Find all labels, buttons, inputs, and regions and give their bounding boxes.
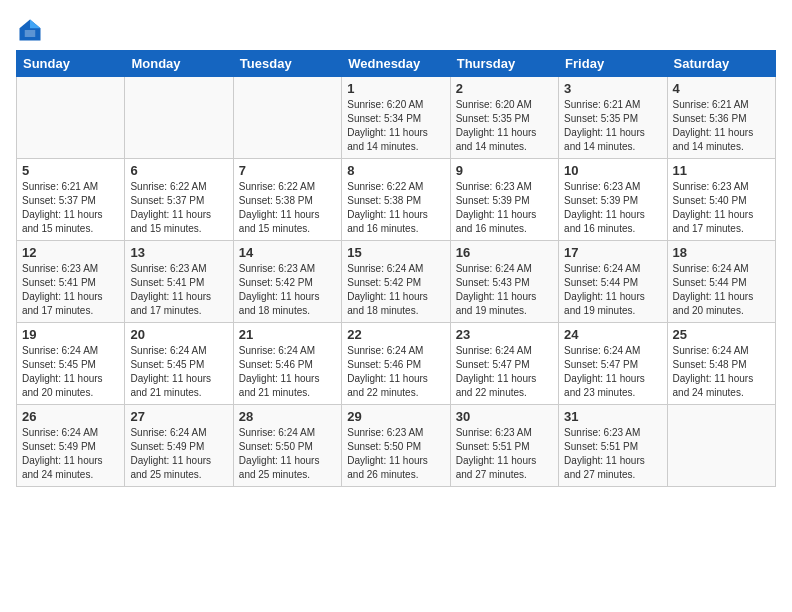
calendar-cell: 19Sunrise: 6:24 AMSunset: 5:45 PMDayligh… [17, 323, 125, 405]
weekday-thursday: Thursday [450, 51, 558, 77]
day-number: 18 [673, 245, 770, 260]
cell-content: Sunrise: 6:23 AMSunset: 5:42 PMDaylight:… [239, 262, 336, 318]
cell-content: Sunrise: 6:24 AMSunset: 5:44 PMDaylight:… [673, 262, 770, 318]
day-number: 29 [347, 409, 444, 424]
day-number: 16 [456, 245, 553, 260]
calendar-cell: 6Sunrise: 6:22 AMSunset: 5:37 PMDaylight… [125, 159, 233, 241]
calendar-cell: 10Sunrise: 6:23 AMSunset: 5:39 PMDayligh… [559, 159, 667, 241]
day-number: 14 [239, 245, 336, 260]
weekday-wednesday: Wednesday [342, 51, 450, 77]
cell-content: Sunrise: 6:24 AMSunset: 5:50 PMDaylight:… [239, 426, 336, 482]
day-number: 6 [130, 163, 227, 178]
calendar-cell: 30Sunrise: 6:23 AMSunset: 5:51 PMDayligh… [450, 405, 558, 487]
calendar-week-4: 19Sunrise: 6:24 AMSunset: 5:45 PMDayligh… [17, 323, 776, 405]
calendar-cell: 8Sunrise: 6:22 AMSunset: 5:38 PMDaylight… [342, 159, 450, 241]
day-number: 19 [22, 327, 119, 342]
cell-content: Sunrise: 6:23 AMSunset: 5:39 PMDaylight:… [456, 180, 553, 236]
cell-content: Sunrise: 6:23 AMSunset: 5:41 PMDaylight:… [130, 262, 227, 318]
calendar-cell [233, 77, 341, 159]
calendar-cell: 4Sunrise: 6:21 AMSunset: 5:36 PMDaylight… [667, 77, 775, 159]
calendar-cell: 14Sunrise: 6:23 AMSunset: 5:42 PMDayligh… [233, 241, 341, 323]
cell-content: Sunrise: 6:21 AMSunset: 5:37 PMDaylight:… [22, 180, 119, 236]
day-number: 21 [239, 327, 336, 342]
weekday-monday: Monday [125, 51, 233, 77]
day-number: 20 [130, 327, 227, 342]
day-number: 30 [456, 409, 553, 424]
calendar-cell: 1Sunrise: 6:20 AMSunset: 5:34 PMDaylight… [342, 77, 450, 159]
calendar-cell: 11Sunrise: 6:23 AMSunset: 5:40 PMDayligh… [667, 159, 775, 241]
calendar-cell: 3Sunrise: 6:21 AMSunset: 5:35 PMDaylight… [559, 77, 667, 159]
cell-content: Sunrise: 6:24 AMSunset: 5:48 PMDaylight:… [673, 344, 770, 400]
calendar-cell: 28Sunrise: 6:24 AMSunset: 5:50 PMDayligh… [233, 405, 341, 487]
day-number: 23 [456, 327, 553, 342]
svg-marker-1 [30, 20, 41, 29]
logo-icon [16, 16, 44, 44]
day-number: 11 [673, 163, 770, 178]
day-number: 8 [347, 163, 444, 178]
calendar-cell: 13Sunrise: 6:23 AMSunset: 5:41 PMDayligh… [125, 241, 233, 323]
calendar-cell [125, 77, 233, 159]
cell-content: Sunrise: 6:24 AMSunset: 5:49 PMDaylight:… [130, 426, 227, 482]
page: SundayMondayTuesdayWednesdayThursdayFrid… [0, 0, 792, 612]
day-number: 15 [347, 245, 444, 260]
cell-content: Sunrise: 6:24 AMSunset: 5:43 PMDaylight:… [456, 262, 553, 318]
calendar-week-1: 1Sunrise: 6:20 AMSunset: 5:34 PMDaylight… [17, 77, 776, 159]
day-number: 1 [347, 81, 444, 96]
calendar-cell: 26Sunrise: 6:24 AMSunset: 5:49 PMDayligh… [17, 405, 125, 487]
cell-content: Sunrise: 6:24 AMSunset: 5:46 PMDaylight:… [347, 344, 444, 400]
calendar-cell: 16Sunrise: 6:24 AMSunset: 5:43 PMDayligh… [450, 241, 558, 323]
day-number: 24 [564, 327, 661, 342]
cell-content: Sunrise: 6:22 AMSunset: 5:38 PMDaylight:… [239, 180, 336, 236]
day-number: 17 [564, 245, 661, 260]
calendar-cell: 5Sunrise: 6:21 AMSunset: 5:37 PMDaylight… [17, 159, 125, 241]
calendar-cell: 25Sunrise: 6:24 AMSunset: 5:48 PMDayligh… [667, 323, 775, 405]
cell-content: Sunrise: 6:23 AMSunset: 5:41 PMDaylight:… [22, 262, 119, 318]
day-number: 25 [673, 327, 770, 342]
day-number: 7 [239, 163, 336, 178]
cell-content: Sunrise: 6:21 AMSunset: 5:36 PMDaylight:… [673, 98, 770, 154]
cell-content: Sunrise: 6:20 AMSunset: 5:35 PMDaylight:… [456, 98, 553, 154]
calendar-week-2: 5Sunrise: 6:21 AMSunset: 5:37 PMDaylight… [17, 159, 776, 241]
cell-content: Sunrise: 6:24 AMSunset: 5:44 PMDaylight:… [564, 262, 661, 318]
day-number: 22 [347, 327, 444, 342]
calendar-cell: 9Sunrise: 6:23 AMSunset: 5:39 PMDaylight… [450, 159, 558, 241]
calendar-cell: 17Sunrise: 6:24 AMSunset: 5:44 PMDayligh… [559, 241, 667, 323]
cell-content: Sunrise: 6:24 AMSunset: 5:49 PMDaylight:… [22, 426, 119, 482]
calendar-cell: 31Sunrise: 6:23 AMSunset: 5:51 PMDayligh… [559, 405, 667, 487]
day-number: 10 [564, 163, 661, 178]
calendar-cell: 22Sunrise: 6:24 AMSunset: 5:46 PMDayligh… [342, 323, 450, 405]
day-number: 12 [22, 245, 119, 260]
cell-content: Sunrise: 6:23 AMSunset: 5:50 PMDaylight:… [347, 426, 444, 482]
cell-content: Sunrise: 6:24 AMSunset: 5:47 PMDaylight:… [564, 344, 661, 400]
calendar-cell: 21Sunrise: 6:24 AMSunset: 5:46 PMDayligh… [233, 323, 341, 405]
day-number: 5 [22, 163, 119, 178]
cell-content: Sunrise: 6:23 AMSunset: 5:51 PMDaylight:… [564, 426, 661, 482]
cell-content: Sunrise: 6:23 AMSunset: 5:40 PMDaylight:… [673, 180, 770, 236]
cell-content: Sunrise: 6:24 AMSunset: 5:45 PMDaylight:… [130, 344, 227, 400]
weekday-saturday: Saturday [667, 51, 775, 77]
calendar-cell: 18Sunrise: 6:24 AMSunset: 5:44 PMDayligh… [667, 241, 775, 323]
calendar-week-5: 26Sunrise: 6:24 AMSunset: 5:49 PMDayligh… [17, 405, 776, 487]
day-number: 26 [22, 409, 119, 424]
weekday-header-row: SundayMondayTuesdayWednesdayThursdayFrid… [17, 51, 776, 77]
cell-content: Sunrise: 6:22 AMSunset: 5:37 PMDaylight:… [130, 180, 227, 236]
day-number: 4 [673, 81, 770, 96]
weekday-friday: Friday [559, 51, 667, 77]
cell-content: Sunrise: 6:24 AMSunset: 5:42 PMDaylight:… [347, 262, 444, 318]
cell-content: Sunrise: 6:21 AMSunset: 5:35 PMDaylight:… [564, 98, 661, 154]
day-number: 9 [456, 163, 553, 178]
day-number: 31 [564, 409, 661, 424]
calendar-cell: 23Sunrise: 6:24 AMSunset: 5:47 PMDayligh… [450, 323, 558, 405]
cell-content: Sunrise: 6:24 AMSunset: 5:45 PMDaylight:… [22, 344, 119, 400]
weekday-tuesday: Tuesday [233, 51, 341, 77]
calendar-week-3: 12Sunrise: 6:23 AMSunset: 5:41 PMDayligh… [17, 241, 776, 323]
header [16, 10, 776, 44]
calendar-cell: 12Sunrise: 6:23 AMSunset: 5:41 PMDayligh… [17, 241, 125, 323]
calendar-table: SundayMondayTuesdayWednesdayThursdayFrid… [16, 50, 776, 487]
calendar-cell: 20Sunrise: 6:24 AMSunset: 5:45 PMDayligh… [125, 323, 233, 405]
cell-content: Sunrise: 6:24 AMSunset: 5:46 PMDaylight:… [239, 344, 336, 400]
day-number: 2 [456, 81, 553, 96]
day-number: 28 [239, 409, 336, 424]
weekday-sunday: Sunday [17, 51, 125, 77]
cell-content: Sunrise: 6:23 AMSunset: 5:51 PMDaylight:… [456, 426, 553, 482]
